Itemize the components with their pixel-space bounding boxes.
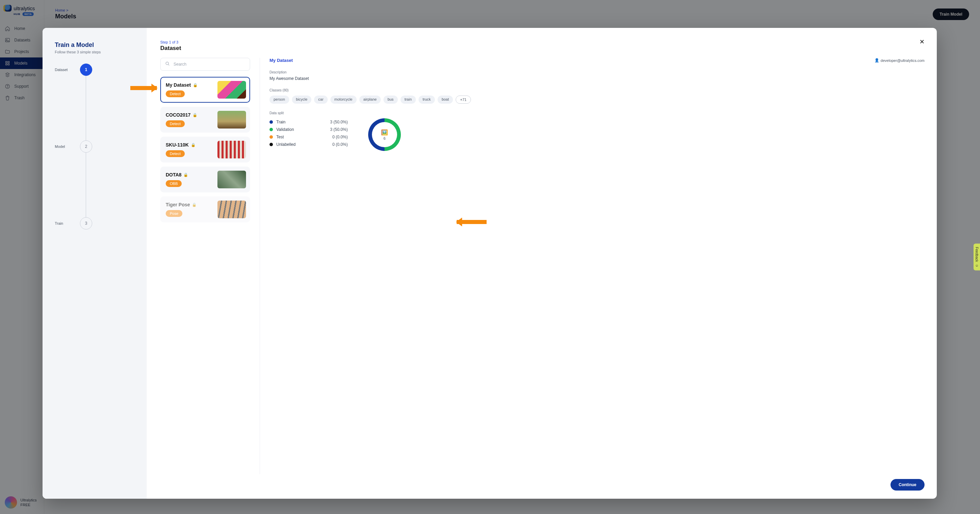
dataset-card-sku110k[interactable]: SKU-110K🔒 Detect: [160, 136, 250, 162]
split-row-test: Test 0 (0.0%): [269, 133, 348, 141]
class-chip[interactable]: motorcycle: [331, 95, 356, 104]
split-dot: [269, 135, 273, 139]
dataset-thumb: [218, 141, 246, 159]
dataset-thumb: [218, 81, 246, 98]
lock-icon: 🔒: [183, 173, 188, 177]
class-chip[interactable]: car: [314, 95, 327, 104]
step-label-dataset: Dataset: [55, 68, 75, 72]
svg-point-8: [166, 62, 169, 65]
images-icon: 🖼️: [381, 129, 388, 136]
step-dot-1[interactable]: 1: [80, 63, 92, 76]
dataset-card-dota8[interactable]: DOTA8🔒 OBB: [160, 167, 250, 192]
dataset-card-coco2017[interactable]: COCO2017🔒 Detect: [160, 107, 250, 133]
continue-button[interactable]: Continue: [891, 479, 924, 490]
modal-sidebar: Train a Model Follow these 3 simple step…: [43, 28, 147, 499]
search-box[interactable]: [160, 58, 250, 71]
annotation-arrow-icon: [457, 220, 487, 224]
split-label: Data split: [269, 111, 924, 115]
split-chart: 🖼️ 6: [368, 118, 401, 151]
dataset-card-my-dataset[interactable]: My Dataset🔒 Detect: [160, 77, 250, 103]
annotation-arrow-icon: [130, 86, 157, 90]
dataset-name: My Dataset: [166, 82, 191, 88]
class-chip-more[interactable]: +71: [456, 95, 471, 104]
step-indicator: Dataset 1 Model 2 Train 3: [55, 63, 134, 230]
task-badge: Detect: [166, 90, 185, 97]
class-chip[interactable]: airplane: [360, 95, 381, 104]
dataset-name: Tiger Pose: [166, 202, 190, 207]
step-label-model: Model: [55, 144, 75, 149]
dataset-thumb: [218, 201, 246, 218]
detail-title: My Dataset: [269, 58, 293, 63]
search-icon: [165, 61, 170, 68]
close-icon: ✕: [920, 38, 924, 45]
close-button[interactable]: ✕: [920, 38, 924, 46]
step-label-train: Train: [55, 221, 75, 225]
step-dot-3[interactable]: 3: [80, 217, 92, 230]
dataset-thumb: [218, 111, 246, 128]
modal-title: Train a Model: [55, 41, 134, 49]
class-chip[interactable]: person: [269, 95, 289, 104]
dataset-detail-column: My Dataset 👤 developer@ultralytics.com D…: [259, 58, 924, 474]
modal-subtitle: Follow these 3 simple steps: [55, 50, 134, 54]
lock-icon: 🔒: [193, 83, 198, 87]
class-chip[interactable]: boat: [438, 95, 453, 104]
feedback-tab[interactable]: Feedback ☺: [974, 244, 980, 271]
split-row-validation: Validation 3 (50.0%): [269, 126, 348, 133]
split-dot: [269, 128, 273, 131]
train-model-modal: Train a Model Follow these 3 simple step…: [43, 28, 937, 499]
split-dot: [269, 143, 273, 146]
description-label: Description: [269, 70, 924, 74]
task-badge: OBB: [166, 180, 182, 187]
modal-step-title: Dataset: [160, 45, 924, 52]
feedback-label: Feedback: [975, 247, 978, 262]
step-dot-2[interactable]: 2: [80, 140, 92, 152]
class-chip[interactable]: bus: [383, 95, 398, 104]
dataset-thumb: [218, 171, 246, 188]
lock-icon: 🔒: [192, 203, 197, 207]
search-input[interactable]: [173, 62, 246, 67]
class-chips: person bicycle car motorcycle airplane b…: [269, 95, 924, 104]
dataset-name: DOTA8: [166, 172, 181, 178]
description-value: My Awesome Dataset: [269, 76, 924, 81]
split-dot: [269, 121, 273, 124]
split-row-unlabelled: Unlabelled 0 (0.0%): [269, 141, 348, 148]
smile-icon: ☺: [975, 263, 978, 267]
dataset-card-tiger-pose[interactable]: Tiger Pose🔒 Pose: [160, 197, 250, 222]
dataset-list-column: My Dataset🔒 Detect COCO2017🔒 Detect: [160, 58, 250, 474]
class-chip[interactable]: train: [401, 95, 416, 104]
classes-label: Classes (80): [269, 88, 924, 92]
lock-icon: 🔒: [192, 113, 197, 117]
dataset-name: SKU-110K: [166, 142, 189, 148]
class-chip[interactable]: bicycle: [292, 95, 312, 104]
split-row-train: Train 3 (50.0%): [269, 118, 348, 126]
detail-owner: 👤 developer@ultralytics.com: [875, 58, 924, 63]
modal-step-crumb: Step 1 of 3: [160, 40, 924, 44]
dataset-name: COCO2017: [166, 112, 191, 117]
class-chip[interactable]: truck: [418, 95, 435, 104]
user-icon: 👤: [875, 58, 879, 63]
task-badge: Detect: [166, 150, 185, 157]
task-badge: Detect: [166, 121, 185, 127]
split-table: Train 3 (50.0%) Validation 3 (50.0%) Tes…: [269, 118, 348, 151]
modal-main: ✕ Step 1 of 3 Dataset My Dataset🔒 Detect: [147, 28, 937, 499]
task-badge: Pose: [166, 210, 182, 217]
lock-icon: 🔒: [191, 143, 196, 147]
split-total: 6: [383, 136, 385, 140]
